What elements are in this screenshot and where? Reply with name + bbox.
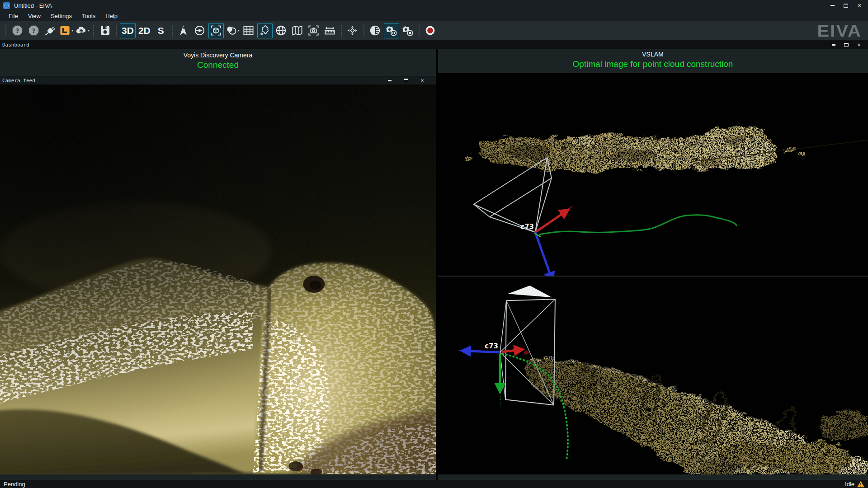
map-overlay-icon [291,24,303,37]
toolbar-camera-stop-button[interactable] [400,23,415,38]
grid-overlay-icon [242,24,255,37]
help-context-icon: ? [11,24,24,37]
toolbar-cloud-upload-button[interactable]: ▾ [75,23,90,38]
toolbar-connect-button[interactable] [42,23,57,38]
dashboard-maximize-button[interactable] [840,42,853,48]
toolbar-separator [5,25,6,37]
toolbar-view-2d-button[interactable]: 2D [137,23,152,38]
vslam-quality-status: Optimal image for point cloud constructi… [438,59,868,69]
close-icon [857,42,861,48]
toolbar-screenshot-button[interactable] [306,23,321,38]
toolbar-grid-overlay-button[interactable] [241,23,256,38]
camera-feed-close-button[interactable] [416,77,429,84]
dashboard-close-button[interactable] [853,42,865,48]
toolbar: ??▾▾3D2DSN▾ EIVA [0,21,868,41]
menu-help[interactable]: Help [100,13,123,19]
toolbar-separator [341,25,342,37]
help-icon: ? [28,24,40,37]
camera-panel-title: Voyis Discovery Camera [0,52,436,59]
globe-view-icon [275,24,287,37]
svg-text:N: N [183,26,186,30]
toolbar-separator [93,25,94,37]
toolbar-fit-model-button[interactable] [208,23,224,38]
toolbar-view-sonar-button[interactable]: S [153,23,169,38]
toolbar-pan-navigate-button[interactable] [345,23,360,38]
warning-icon [857,481,864,488]
close-icon [858,1,862,9]
menu-tools[interactable]: Tools [77,13,100,19]
shading-mode-icon [225,24,237,37]
toolbar-separator [116,25,117,37]
save-icon [99,24,111,37]
window-controls [826,0,868,10]
pan-navigate-icon [346,24,359,37]
toolbar-separator [363,25,364,37]
status-right: Idle [845,481,854,488]
x-axis-arrow [467,351,500,352]
north-up-icon: N [177,24,189,37]
window-title: Untitled - EIVA [14,2,52,9]
dropdown-caret-icon: ▾ [71,28,73,33]
minimize-icon [832,44,835,46]
workspace-icon [59,24,71,37]
record-icon [424,24,436,37]
window-maximize-button[interactable] [839,0,853,10]
window-close-button[interactable] [853,0,866,10]
window-minimize-button[interactable] [826,0,839,10]
pointcloud-view-top[interactable]: c73 [438,73,868,276]
camera-feed-viewport [0,84,436,474]
toolbar-help-context-button[interactable]: ? [9,23,25,38]
toolbar-view-2d-label: 2D [137,25,152,36]
eiva-application-window: Untitled - EIVA FileViewSettingsToolsHel… [0,0,868,488]
toolbar-separator [172,25,173,37]
dashboard-tab-title: Dashboard [2,42,29,48]
camera-panel-header: Voyis Discovery Camera Connected [0,49,436,76]
eiva-logo: EIVA [817,22,865,39]
title-bar: Untitled - EIVA [0,0,868,11]
menu-settings[interactable]: Settings [46,13,77,19]
toolbar-coastline-overlay-button[interactable] [257,23,273,38]
toolbar-exposure-button[interactable] [368,23,383,38]
toolbar-measure-button[interactable] [322,23,338,38]
app-icon [3,2,10,9]
toolbar-camera-pause-button[interactable] [384,23,399,38]
fit-model-icon [210,24,222,37]
toolbar-shading-mode-button[interactable]: ▾ [225,23,240,38]
menu-view[interactable]: View [23,13,46,19]
exposure-icon [369,24,381,37]
toolbar-map-overlay-button[interactable] [290,23,305,38]
vslam-panel-header: VSLAM Optimal image for point cloud cons… [438,49,868,73]
camera-feed-image [0,84,436,474]
toolbar-globe-view-button[interactable] [274,23,289,38]
vslam-panel: VSLAM Optimal image for point cloud cons… [438,49,868,480]
camera-feed-minimize-button[interactable] [383,77,396,84]
toolbar-buttons: ??▾▾3D2DSN▾ [3,23,439,38]
camera-pause-icon [385,24,397,37]
toolbar-view-3d-button[interactable]: 3D [120,23,136,38]
toolbar-save-button[interactable] [97,23,113,38]
camera-feed-maximize-button[interactable] [400,77,412,84]
toolbar-view-3d-label: 3D [120,25,135,36]
toolbar-help-button[interactable]: ? [26,23,41,38]
status-left: Pending [4,481,25,488]
dashboard-minimize-button[interactable] [827,42,840,48]
toolbar-record-button[interactable] [423,23,438,38]
menu-file[interactable]: File [4,13,23,19]
toolbar-separator [419,25,420,37]
toolbar-north-up-button[interactable]: N [176,23,191,38]
dropdown-caret-icon: ▾ [88,28,90,33]
camera-stop-icon [401,24,414,37]
camera-panel: Voyis Discovery Camera Connected Camera … [0,49,436,480]
camera-pose-label: c73 [485,342,498,350]
dashboard-content: Voyis Discovery Camera Connected Camera … [0,49,868,480]
camera-feed-titlebar: Camera feed [0,76,436,84]
camera-feed-window-controls [383,77,436,84]
toolbar-workspace-button[interactable]: ▾ [58,23,74,38]
toolbar-orbit-view-button[interactable] [192,23,208,38]
status-bar: Pending Idle [0,480,868,488]
close-icon [420,78,424,84]
svg-text:?: ? [15,27,19,34]
pointcloud-view-bottom[interactable]: c73 [438,277,868,474]
minimize-icon [388,80,392,81]
camera-connection-status: Connected [0,60,436,70]
